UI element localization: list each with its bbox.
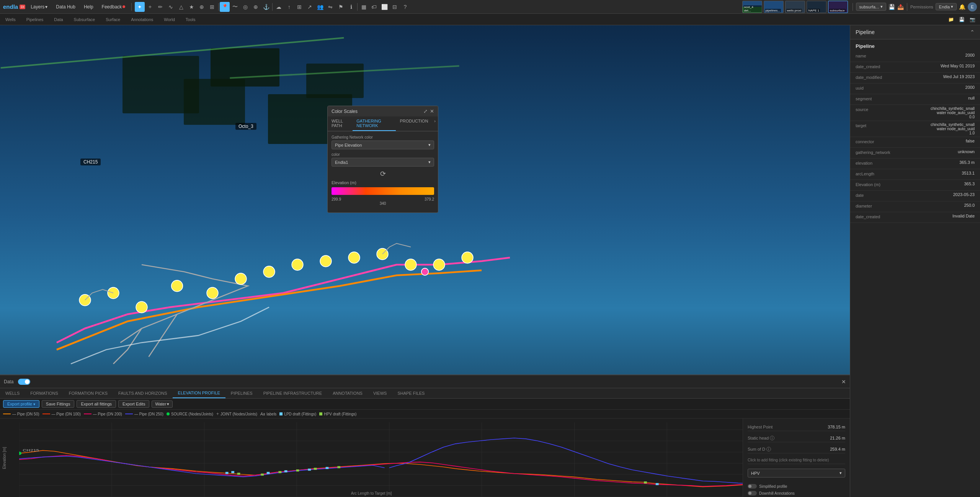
water-selector[interactable]: Water ▾ (152, 401, 173, 408)
export-all-fittings-btn[interactable]: Export all fittings (77, 400, 116, 408)
star-tool-icon[interactable]: ★ (186, 2, 196, 12)
thumb-1[interactable]: ocot_4 det... (742, 1, 762, 13)
tab-formation-picks[interactable]: FORMATION PICKS (64, 389, 113, 398)
expand-icon[interactable]: ⤢ (423, 108, 428, 114)
triangle-tool-icon[interactable]: △ (176, 2, 186, 12)
user-selector[interactable]: Endla ▾ (936, 3, 957, 10)
grid2-icon[interactable]: ▦ (359, 2, 369, 12)
cs-tab-gathering[interactable]: GATHERING NETWORK (353, 116, 396, 131)
prop-arclength: arcLength 3513.1 (850, 169, 980, 180)
static-head-info-icon[interactable]: i (770, 436, 774, 440)
wave-tool-icon[interactable]: ∿ (166, 2, 176, 12)
layout-icon[interactable]: ⊟ (390, 2, 400, 12)
tab-formations[interactable]: FORMATIONS (25, 389, 64, 398)
tab-elevation-profile[interactable]: ELEVATION PROFILE (173, 388, 225, 398)
circle-tool-icon[interactable]: ⊕ (197, 2, 207, 12)
panel-collapse-icon[interactable]: ⌃ (970, 29, 975, 35)
export-profile-btn[interactable]: Export profile ▾ (3, 400, 39, 408)
camera-icon[interactable]: 📷 (968, 15, 977, 24)
anchor-icon[interactable]: ⚓ (261, 2, 271, 12)
notification-icon[interactable]: 🔔 (959, 4, 965, 10)
tab-tools[interactable]: Tools (180, 15, 201, 24)
tab-subsurface[interactable]: Subsurface (69, 15, 101, 24)
add-tool-icon[interactable]: ＋ (145, 2, 155, 12)
feedback-badge (122, 5, 125, 8)
tab-annotations[interactable]: Annotations (126, 15, 158, 24)
svg-rect-68 (326, 467, 329, 469)
close-icon[interactable]: ✕ (430, 108, 434, 114)
sum-d-info-icon[interactable]: i (766, 447, 771, 451)
tab-shape-files[interactable]: SHAPE FILES (392, 389, 430, 398)
thumb-2[interactable]: pipelines... (764, 1, 784, 13)
layers-menu[interactable]: Layers ▾ (28, 3, 51, 10)
datahub-menu[interactable]: Data Hub (53, 3, 78, 10)
tab-data[interactable]: Data (49, 15, 68, 24)
save-icon[interactable]: 💾 (889, 4, 895, 10)
tab-pipeline-infra[interactable]: PIPELINE INFRASTRUCTURE (258, 389, 327, 398)
export-edits-btn[interactable]: Export Edits (118, 400, 149, 408)
simplified-profile-toggle[interactable] (748, 484, 757, 489)
help-circle-icon[interactable]: ? (400, 2, 410, 12)
right-icons: 💾 📤 Permissions Endla ▾ 🔔 E (889, 2, 977, 11)
view-selector[interactable]: subsurfa... ▾ (856, 3, 886, 11)
disk-icon[interactable]: 💾 (957, 15, 966, 24)
tab-views[interactable]: VIEWS (368, 389, 392, 398)
sync-icon[interactable]: ⟳ (380, 170, 386, 178)
data-panel-close-icon[interactable]: ✕ (841, 379, 846, 385)
cs-tab-more[interactable]: › (432, 116, 438, 131)
tab-world[interactable]: World (158, 15, 180, 24)
pen-tool-icon[interactable]: ✏ (155, 2, 165, 12)
fitting-type-select[interactable]: HPV ▾ (748, 469, 845, 477)
map-pin-icon[interactable]: 📍 (220, 2, 230, 12)
route-icon[interactable]: 〜 (230, 2, 240, 12)
layers-tool-icon[interactable]: ⊞ (207, 2, 217, 12)
data-panel-toggle[interactable] (18, 379, 30, 385)
highest-point-value: 378.15 m (828, 425, 845, 429)
connect-icon[interactable]: ⇋ (325, 2, 335, 12)
share-icon[interactable]: ↗ (305, 2, 315, 12)
cs-tab-production[interactable]: PRODUCTION (396, 116, 432, 131)
tag-icon[interactable]: 🏷 (369, 2, 379, 12)
svg-rect-70 (644, 481, 647, 483)
sum-d-row: Sum of D i 259.4 m (748, 445, 845, 453)
color-scales-title: Color Scales (332, 109, 358, 114)
feedback-menu[interactable]: Feedback (99, 3, 129, 10)
svg-text:CH215: CH215 (23, 448, 39, 452)
upload-icon[interactable]: ↑ (284, 2, 294, 12)
user-avatar[interactable]: E (968, 2, 977, 11)
crosshair-icon[interactable]: ⊕ (251, 2, 261, 12)
flag-icon[interactable]: ⚑ (336, 2, 346, 12)
svg-rect-69 (337, 466, 340, 468)
cursor-tool-icon[interactable]: ✦ (135, 2, 145, 12)
cloud-icon[interactable]: ☁ (274, 2, 284, 12)
svg-rect-63 (278, 471, 281, 473)
folder-icon[interactable]: 📁 (946, 15, 956, 24)
box-icon[interactable]: ⬜ (379, 2, 389, 12)
toggle-simplified-profile: Simplified profile (748, 483, 845, 490)
tab-wells[interactable]: Wells (0, 15, 21, 24)
tab-wells-data[interactable]: WELLS (0, 389, 25, 398)
svg-rect-67 (314, 468, 317, 470)
thumb-3[interactable]: wells proxi (785, 1, 805, 13)
help-menu[interactable]: Help (81, 3, 96, 10)
tab-faults[interactable]: FAULTS AND HORIZONS (113, 389, 173, 398)
thumb-4[interactable]: NAPE 1 (807, 1, 826, 13)
downhill-annotations-toggle[interactable] (748, 491, 757, 495)
gathering-network-color-select[interactable]: Pipe Elevation ▾ (332, 141, 434, 149)
tab-surface[interactable]: Surface (100, 15, 126, 24)
grid-icon[interactable]: ⊞ (294, 2, 304, 12)
separator (131, 3, 132, 11)
save-fittings-btn[interactable]: Save Fittings (42, 400, 75, 408)
thumb-5[interactable]: subsurface (828, 1, 848, 13)
export-icon[interactable]: 📤 (897, 4, 904, 10)
tab-pipelines[interactable]: Pipelines (21, 15, 49, 24)
info-icon[interactable]: ℹ (346, 2, 356, 12)
people-icon[interactable]: 👥 (315, 2, 325, 12)
target-icon[interactable]: ◎ (240, 2, 250, 12)
svg-rect-66 (308, 469, 311, 471)
tab-annotations-data[interactable]: ANNOTATIONS (327, 389, 368, 398)
elevation-range: 299.9 379.2 (332, 197, 434, 201)
tab-pipelines-data[interactable]: PIPELINES (225, 389, 258, 398)
cs-tab-wellpath[interactable]: WELL PATH (328, 116, 353, 131)
color-select[interactable]: Endla1 ▾ (332, 158, 434, 167)
